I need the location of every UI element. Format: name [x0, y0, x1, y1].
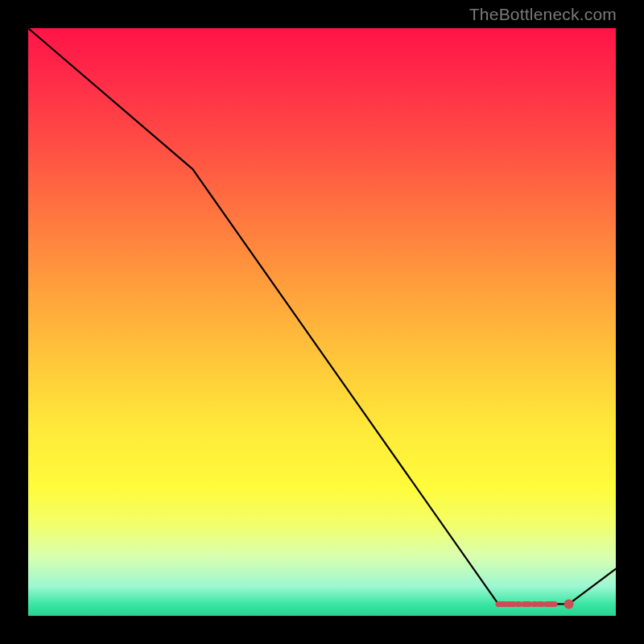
bottleneck-curve [28, 28, 616, 604]
chart-svg [28, 28, 616, 616]
highlight-endpoint [564, 599, 574, 609]
watermark-text: TheBottleneck.com [469, 5, 617, 24]
chart-frame: TheBottleneck.com [0, 0, 644, 644]
